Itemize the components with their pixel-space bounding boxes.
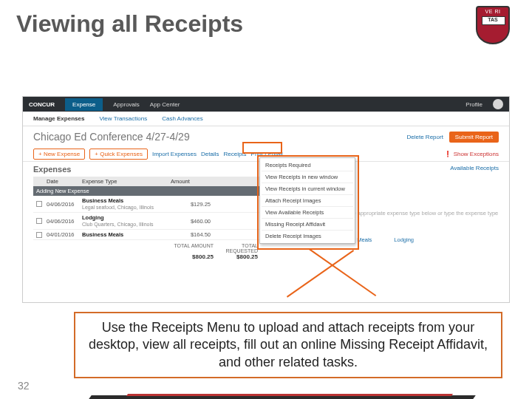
receipts-menu-link[interactable]: Receipts	[223, 151, 246, 157]
menu-item-receipts-required[interactable]: Receipts Required	[262, 160, 353, 171]
harvard-shield-logo: VE RI TAS	[476, 6, 513, 50]
avatar-icon[interactable]	[493, 99, 503, 109]
concur-screenshot: CONCUR Expense Approvals App Center Prof…	[22, 96, 510, 303]
menu-item-attach-images[interactable]: Attach Receipt Images	[262, 195, 353, 207]
nav-approvals[interactable]: Approvals	[113, 101, 140, 108]
shield-text-mid: TAS	[477, 17, 508, 22]
col-type[interactable]: Expense Type	[82, 178, 171, 185]
menu-item-view-new-window[interactable]: View Receipts in new window	[262, 171, 353, 183]
delete-report-link[interactable]: Delete Report	[407, 134, 443, 140]
row-date: 04/01/2016	[47, 231, 82, 238]
quick-expenses-button[interactable]: + Quick Expenses	[89, 149, 148, 160]
subnav-transactions[interactable]: View Transactions	[99, 115, 147, 122]
print-email-link[interactable]: Print / Email	[251, 151, 283, 157]
row-date: 04/06/2016	[47, 218, 82, 225]
row-checkbox[interactable]	[36, 232, 42, 238]
submit-report-button[interactable]: Submit Report	[449, 132, 499, 143]
col-amount[interactable]: Amount	[171, 178, 215, 185]
shield-text-top: VE RI	[477, 9, 508, 14]
adding-new-expense-row: Adding New Expense	[33, 186, 261, 196]
totals-row: TOTAL AMOUNT TOTAL REQUESTED $800.25 $80…	[33, 240, 261, 263]
total-amount-label: TOTAL AMOUNT	[169, 243, 214, 253]
report-title: Chicago Ed Conference 4/27-4/29	[33, 131, 407, 143]
brand-label: CONCUR	[29, 101, 55, 108]
row-type: Lodging	[82, 214, 171, 221]
slide-accent-bars	[90, 389, 474, 399]
menu-item-delete-images[interactable]: Delete Receipt Images	[262, 231, 353, 242]
nav-appcenter[interactable]: App Center	[150, 101, 180, 108]
app-topbar: CONCUR Expense Approvals App Center Prof…	[23, 97, 509, 112]
row-amount: $164.50	[171, 231, 215, 238]
nav-expense[interactable]: Expense	[65, 98, 103, 111]
show-exceptions-link[interactable]: ❗ Show Exceptions	[444, 151, 499, 157]
subnav-cash[interactable]: Cash Advances	[162, 115, 203, 122]
row-type: Business Meals	[82, 231, 171, 238]
menu-item-view-available[interactable]: View Available Receipts	[262, 207, 353, 219]
total-amount-value: $800.25	[169, 253, 214, 260]
subnav-manage[interactable]: Manage Expenses	[33, 115, 84, 122]
slide-title: Viewing all Receipts	[0, 0, 532, 38]
row-checkbox[interactable]	[36, 201, 42, 207]
total-requested-value: $800.25	[214, 253, 258, 260]
menu-item-missing-affidavit[interactable]: Missing Receipt Affidavit	[262, 219, 353, 231]
table-row[interactable]: 04/06/2016 LodgingClub Quarters, Chicago…	[33, 213, 261, 230]
menu-item-view-current-window[interactable]: View Receipts in current window	[262, 183, 353, 195]
row-amount: $129.25	[171, 201, 215, 208]
table-row[interactable]: 04/01/2016 Business Meals $164.50	[33, 230, 261, 240]
expenses-heading: Expenses	[33, 165, 261, 174]
new-expense-button[interactable]: + New Expense	[33, 149, 85, 160]
col-date[interactable]: Date	[47, 178, 82, 185]
report-header: Chicago Ed Conference 4/27-4/29 Delete R…	[23, 126, 509, 147]
row-date: 04/06/2016	[47, 201, 82, 208]
total-requested-label: TOTAL REQUESTED	[214, 243, 258, 253]
table-row[interactable]: 04/06/2016 Business MealsLegal seafood, …	[33, 196, 261, 213]
expenses-table-header: Date Expense Type Amount	[33, 177, 261, 186]
receipts-dropdown-menu: Receipts Required View Receipts in new w…	[259, 157, 355, 244]
row-type: Business Meals	[82, 197, 171, 204]
row-amount: $460.00	[171, 218, 215, 225]
expense-type-chip[interactable]: Lodging	[394, 236, 414, 243]
import-expenses-link[interactable]: Import Expenses	[152, 151, 197, 157]
row-checkbox[interactable]	[36, 218, 42, 224]
caption-text: Use the Receipts Menu to upload and atta…	[74, 312, 502, 378]
profile-link[interactable]: Profile	[466, 101, 482, 108]
expenses-panel: Expenses Date Expense Type Amount Adding…	[23, 162, 261, 266]
row-sub: Legal seafood, Chicago, Illinois	[82, 205, 154, 210]
details-link[interactable]: Details	[201, 151, 219, 157]
sub-nav: Manage Expenses View Transactions Cash A…	[23, 112, 509, 126]
row-sub: Club Quarters, Chicago, Illinois	[82, 222, 154, 227]
page-number: 32	[18, 380, 30, 392]
